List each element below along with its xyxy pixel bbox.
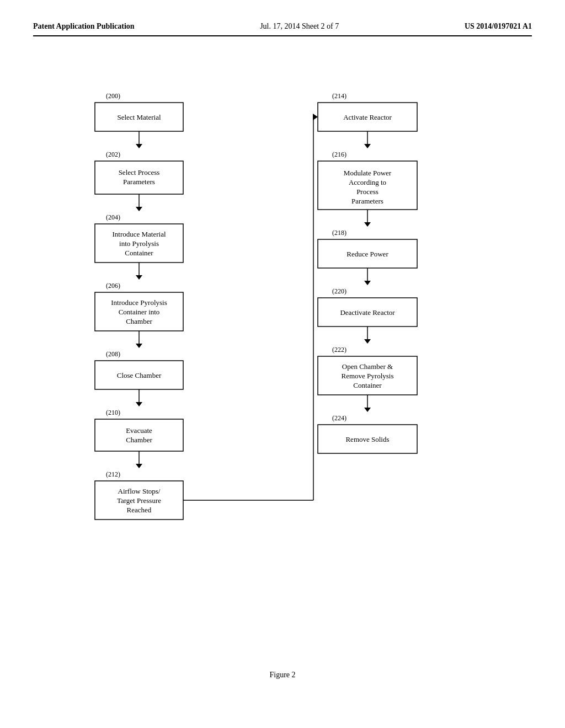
svg-text:Close Chamber: Close Chamber	[117, 371, 162, 379]
svg-marker-4	[136, 144, 142, 148]
figure-caption: Figure 2	[33, 671, 532, 679]
svg-text:Select Process: Select Process	[119, 168, 160, 176]
svg-text:Evacuate: Evacuate	[126, 426, 152, 435]
svg-text:Deactivate Reactor: Deactivate Reactor	[340, 308, 395, 317]
svg-text:Container: Container	[125, 249, 153, 257]
svg-text:(206): (206)	[106, 282, 120, 290]
svg-text:(222): (222)	[332, 346, 347, 354]
svg-marker-44	[313, 114, 318, 120]
flowchart-diagram: (200) Select Material (202) Select Proce…	[45, 58, 520, 638]
svg-text:Process: Process	[356, 188, 379, 196]
svg-marker-10	[136, 207, 142, 211]
svg-text:(200): (200)	[106, 92, 120, 100]
header-right: US 2014/0197021 A1	[465, 22, 532, 31]
svg-rect-31	[95, 419, 183, 451]
svg-text:Reduce Power: Reduce Power	[347, 250, 388, 258]
svg-text:Chamber: Chamber	[126, 317, 152, 325]
svg-text:Parameters: Parameters	[351, 197, 383, 205]
page: Patent Application Publication Jul. 17, …	[0, 0, 565, 728]
svg-text:Reached: Reached	[127, 506, 152, 514]
svg-marker-62	[364, 281, 371, 285]
svg-text:Parameters: Parameters	[123, 178, 155, 186]
svg-marker-24	[136, 344, 142, 348]
svg-text:According to: According to	[349, 178, 386, 186]
svg-text:Remove Pyrolysis: Remove Pyrolysis	[342, 372, 394, 380]
svg-text:Introduce Pyrolysis: Introduce Pyrolysis	[111, 298, 167, 307]
svg-text:(216): (216)	[332, 151, 347, 158]
svg-marker-67	[364, 339, 371, 344]
svg-text:(224): (224)	[332, 414, 347, 422]
svg-marker-29	[136, 402, 142, 406]
svg-text:Open Chamber &: Open Chamber &	[342, 362, 393, 371]
svg-text:(204): (204)	[106, 213, 120, 221]
svg-marker-57	[364, 222, 371, 227]
svg-text:(202): (202)	[106, 151, 120, 158]
svg-text:Container: Container	[353, 381, 382, 389]
svg-text:(220): (220)	[332, 287, 347, 295]
svg-text:(208): (208)	[106, 350, 120, 358]
svg-text:Select Material: Select Material	[117, 113, 161, 121]
header-center: Jul. 17, 2014 Sheet 2 of 7	[260, 22, 339, 31]
svg-text:Introduce Material: Introduce Material	[112, 230, 166, 238]
header-left: Patent Application Publication	[33, 22, 135, 31]
svg-text:Remove Solids: Remove Solids	[345, 435, 389, 443]
svg-text:Modulate Power: Modulate Power	[344, 169, 392, 177]
svg-marker-35	[136, 464, 142, 468]
svg-text:(212): (212)	[106, 470, 120, 478]
svg-marker-17	[136, 275, 142, 280]
svg-marker-74	[364, 408, 371, 412]
svg-text:Activate Reactor: Activate Reactor	[343, 113, 392, 121]
svg-text:Chamber: Chamber	[126, 436, 152, 444]
svg-text:into Pyrolysis: into Pyrolysis	[119, 239, 159, 248]
svg-text:Target Pressure: Target Pressure	[117, 496, 161, 505]
svg-text:(210): (210)	[106, 409, 120, 416]
svg-text:Container into: Container into	[119, 308, 160, 316]
page-header: Patent Application Publication Jul. 17, …	[33, 22, 532, 36]
svg-text:(218): (218)	[332, 229, 347, 237]
svg-marker-49	[364, 144, 371, 148]
svg-text:(214): (214)	[332, 92, 347, 100]
svg-text:Airflow Stops/: Airflow Stops/	[118, 487, 161, 495]
